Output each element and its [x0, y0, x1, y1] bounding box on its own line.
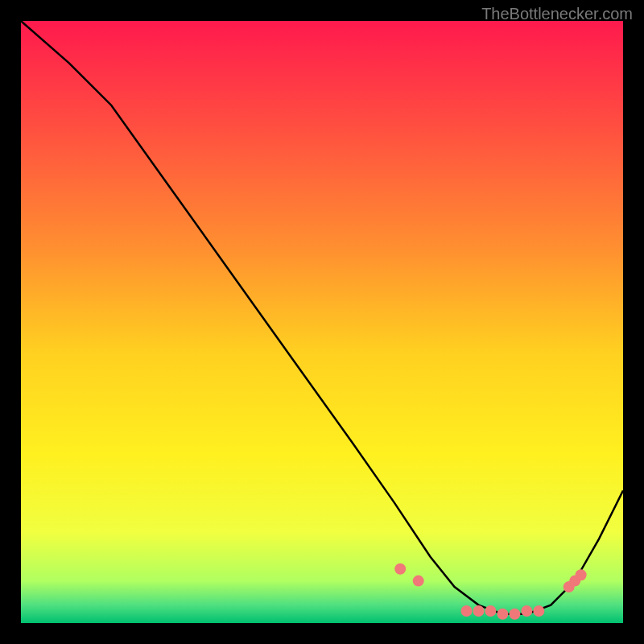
- marker-point: [461, 605, 473, 617]
- chart-svg: [21, 21, 623, 623]
- marker-point: [533, 605, 544, 617]
- marker-point: [394, 564, 406, 575]
- marker-point: [485, 605, 496, 617]
- marker-point: [497, 609, 508, 620]
- watermark-text: TheBottlenecker.com: [481, 5, 633, 23]
- marker-point: [413, 576, 424, 587]
- marker-point: [509, 609, 520, 620]
- bottleneck-curve: [21, 21, 623, 614]
- marker-point: [576, 569, 587, 580]
- marker-point: [521, 605, 532, 617]
- marker-point: [473, 605, 485, 617]
- highlight-markers: [394, 564, 586, 620]
- plot-area: [21, 21, 623, 623]
